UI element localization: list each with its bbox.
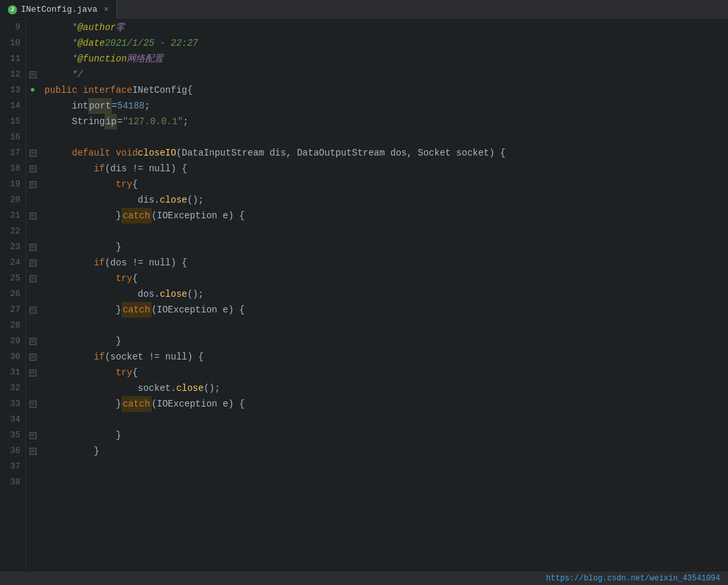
line-numbers: 9 10 11 12 13 14 15 16 17 18 19 20 21 22…	[0, 20, 26, 571]
status-bar: https://blog.csdn.net/weixin_43541094	[0, 571, 728, 585]
code-line-26: dos.close();	[44, 286, 728, 302]
fold-icon-12[interactable]: −	[29, 71, 37, 78]
fold-icon-23[interactable]: −	[29, 244, 37, 251]
code-line-13: public interface INetConfig {	[44, 82, 728, 98]
tab-filename: INetConfig.java	[21, 5, 97, 14]
code-line-9: * @author 零	[44, 20, 728, 35]
code-line-18: if(dis != null) {	[44, 161, 728, 176]
code-line-24: if(dos != null) {	[44, 255, 728, 271]
fold-icon-18[interactable]: −	[29, 165, 37, 173]
code-line-30: if(socket != null) {	[44, 349, 728, 365]
code-line-23: }	[44, 239, 728, 255]
code-area: 9 10 11 12 13 14 15 16 17 18 19 20 21 22…	[0, 20, 728, 571]
code-line-21: } catch (IOException e) {	[44, 208, 728, 224]
code-line-28	[44, 318, 728, 333]
fold-icon-30[interactable]: −	[29, 354, 37, 361]
info-marker-13: ●	[30, 82, 35, 98]
fold-icon-36[interactable]: −	[29, 448, 37, 455]
code-line-29: }	[44, 333, 728, 349]
code-line-27: } catch (IOException e) {	[44, 302, 728, 318]
code-line-32: socket.close();	[44, 380, 728, 396]
code-line-38	[44, 475, 728, 490]
code-line-12: */	[44, 67, 728, 82]
tab-close-icon[interactable]: ×	[104, 5, 108, 14]
fold-icon-17[interactable]: −	[29, 150, 37, 157]
code-line-19: try {	[44, 176, 728, 192]
code-line-22	[44, 224, 728, 239]
fold-icon-24[interactable]: −	[29, 259, 37, 267]
code-line-16	[44, 129, 728, 145]
url-link: https://blog.csdn.net/weixin_43541094	[546, 574, 720, 583]
code-line-37	[44, 459, 728, 475]
file-tab[interactable]: J INetConfig.java ×	[0, 0, 117, 19]
code-line-14: int port = 54188;	[44, 98, 728, 114]
fold-icon-27[interactable]: −	[29, 307, 37, 314]
fold-icon-31[interactable]: −	[29, 369, 37, 376]
fold-icon-35[interactable]: −	[29, 432, 37, 439]
code-content: * @author 零 * @date 2021/1/25 - 22:27 * …	[39, 20, 728, 571]
code-line-10: * @date 2021/1/25 - 22:27	[44, 35, 728, 51]
fold-icon-33[interactable]: −	[29, 401, 37, 408]
fold-icon-29[interactable]: −	[29, 338, 37, 345]
code-line-20: dis.close();	[44, 192, 728, 208]
code-line-35: }	[44, 427, 728, 443]
java-icon: J	[8, 5, 17, 14]
code-line-15: String ip = "127.0.0.1";	[44, 114, 728, 129]
code-line-17: default void closeIO(DataInputStream dis…	[44, 145, 728, 161]
code-line-31: try {	[44, 365, 728, 380]
code-line-36: }	[44, 443, 728, 459]
code-line-25: try {	[44, 271, 728, 286]
editor: 9 10 11 12 13 14 15 16 17 18 19 20 21 22…	[0, 20, 728, 585]
tab-bar: J INetConfig.java ×	[0, 0, 728, 20]
fold-icon-25[interactable]: −	[29, 275, 37, 282]
fold-icon-19[interactable]: −	[29, 181, 37, 188]
gutter: − ● − − − − − − − − − − − − −	[26, 20, 39, 571]
code-line-34	[44, 412, 728, 427]
code-line-11: * @function 网络配置	[44, 51, 728, 67]
fold-icon-21[interactable]: −	[29, 212, 37, 220]
code-line-33: } catch (IOException e) {	[44, 396, 728, 412]
